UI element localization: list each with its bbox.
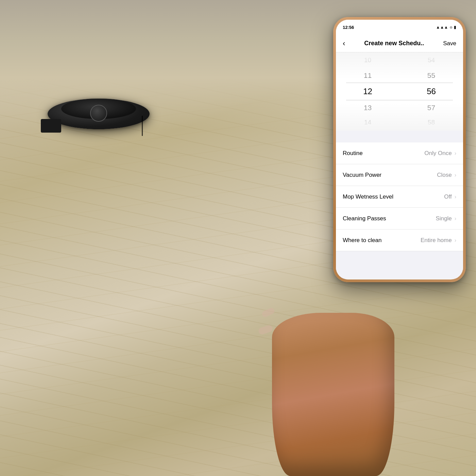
cleaning-passes-label: Cleaning Passes <box>343 215 386 222</box>
cleaning-passes-chevron-icon: › <box>455 216 456 222</box>
routine-right: Only Once › <box>424 150 456 157</box>
routine-chevron-icon: › <box>455 150 456 156</box>
where-to-clean-value: Entire home <box>421 237 452 244</box>
vacuum-robot <box>41 95 156 136</box>
where-to-clean-label: Where to clean <box>343 237 381 244</box>
routine-value: Only Once <box>424 150 452 157</box>
hours-picker-column[interactable]: 09 10 11 12 13 14 15 <box>336 52 400 131</box>
back-button[interactable]: ‹ <box>343 39 345 48</box>
phone-wrapper: 12:56 ▲▲▲ ⌾ ▮ ‹ Create new Schedu.. Save <box>333 17 469 316</box>
mop-wetness-value: Off <box>444 193 452 200</box>
hour-item: 13 <box>343 100 393 115</box>
vacuum-power-setting-item[interactable]: Vacuum Power Close › <box>336 164 463 186</box>
nav-header: ‹ Create new Schedu.. Save <box>336 35 463 52</box>
section-divider <box>336 131 463 142</box>
wifi-icon: ⌾ <box>450 25 452 30</box>
charging-cable <box>142 116 143 136</box>
hour-item: 15 <box>343 130 393 131</box>
robot-button <box>90 105 107 122</box>
time-picker[interactable]: 09 10 11 12 13 14 15 53 54 55 56 5 <box>336 52 463 131</box>
save-button[interactable]: Save <box>443 40 456 47</box>
vacuum-power-label: Vacuum Power <box>343 172 381 178</box>
page-title: Create new Schedu.. <box>364 40 424 47</box>
signal-icon: ▲▲▲ <box>436 25 448 30</box>
charging-base <box>41 119 61 133</box>
minute-item: 54 <box>406 53 456 68</box>
mop-wetness-right: Off › <box>444 193 456 200</box>
status-icons: ▲▲▲ ⌾ ▮ <box>436 25 456 30</box>
hour-item: 14 <box>343 115 393 130</box>
phone-body: 12:56 ▲▲▲ ⌾ ▮ ‹ Create new Schedu.. Save <box>333 17 466 282</box>
cleaning-passes-value: Single <box>436 215 452 222</box>
minutes-picker-column[interactable]: 53 54 55 56 57 58 59 <box>400 52 463 131</box>
minute-item-selected: 56 <box>406 83 456 100</box>
cleaning-passes-right: Single › <box>436 215 456 222</box>
battery-icon: ▮ <box>454 25 456 30</box>
status-bar: 12:56 ▲▲▲ ⌾ ▮ <box>336 20 463 35</box>
vacuum-power-right: Close › <box>437 172 456 178</box>
where-to-clean-right: Entire home › <box>421 237 456 244</box>
minute-item: 57 <box>406 100 456 115</box>
where-to-clean-setting-item[interactable]: Where to clean Entire home › <box>336 230 463 251</box>
bottom-spacer <box>336 251 463 278</box>
minute-item: 55 <box>406 68 456 83</box>
status-time: 12:56 <box>343 25 354 30</box>
hour-item: 10 <box>343 53 393 68</box>
mop-wetness-label: Mop Wetness Level <box>343 193 393 200</box>
hour-item-selected: 12 <box>343 83 393 100</box>
phone-screen: 12:56 ▲▲▲ ⌾ ▮ ‹ Create new Schedu.. Save <box>336 20 463 279</box>
vacuum-power-chevron-icon: › <box>455 172 456 178</box>
routine-label: Routine <box>343 150 363 157</box>
minute-item: 59 <box>406 130 456 131</box>
mop-wetness-chevron-icon: › <box>455 194 456 200</box>
robot-body <box>48 99 150 129</box>
where-to-clean-chevron-icon: › <box>455 237 456 243</box>
hour-item: 11 <box>343 68 393 83</box>
settings-list: Routine Only Once › Vacuum Power Close › <box>336 142 463 278</box>
routine-setting-item[interactable]: Routine Only Once › <box>336 142 463 164</box>
mop-wetness-setting-item[interactable]: Mop Wetness Level Off › <box>336 186 463 208</box>
vacuum-power-value: Close <box>437 172 452 178</box>
minute-item: 58 <box>406 115 456 130</box>
cleaning-passes-setting-item[interactable]: Cleaning Passes Single › <box>336 208 463 230</box>
